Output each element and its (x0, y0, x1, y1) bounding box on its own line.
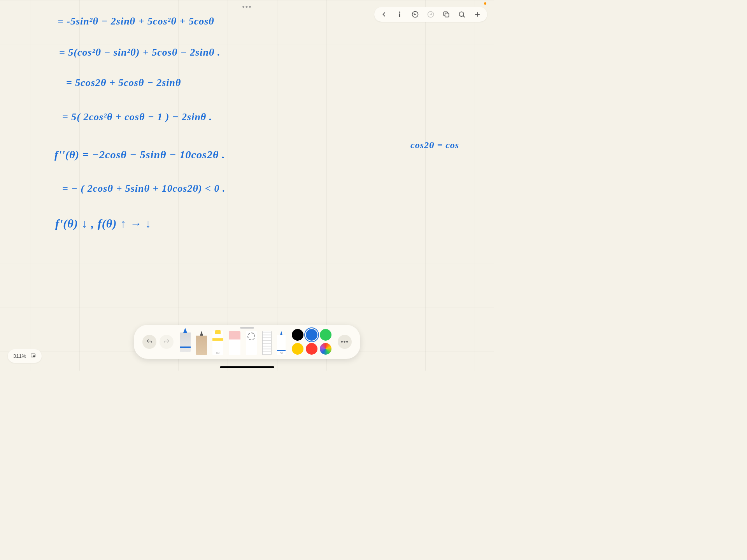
home-indicator[interactable] (220, 366, 274, 368)
color-black[interactable] (292, 329, 303, 341)
drawing-tools-group: 80 50 (180, 329, 286, 355)
copy-button[interactable] (442, 10, 451, 19)
color-swatches (292, 329, 331, 355)
palette-drag-handle[interactable] (240, 327, 254, 329)
color-green[interactable] (320, 329, 331, 341)
palette-undo-button[interactable] (142, 335, 156, 349)
zoom-indicator[interactable]: 311% (8, 349, 42, 363)
svg-rect-4 (445, 13, 449, 17)
tool-size-label: 80 (216, 352, 219, 354)
zoom-level-text: 311% (13, 353, 26, 359)
color-yellow[interactable] (292, 343, 303, 355)
canvas-grid-background[interactable] (0, 0, 494, 371)
info-button[interactable] (395, 10, 404, 19)
eraser-tool[interactable] (229, 331, 240, 355)
palette-more-button[interactable]: ••• (338, 335, 352, 349)
back-button[interactable] (380, 10, 388, 19)
svg-rect-1 (399, 14, 400, 17)
svg-point-5 (459, 12, 464, 16)
svg-point-0 (399, 12, 400, 13)
color-red[interactable] (306, 343, 317, 355)
fine-pen-tool[interactable]: 50 (277, 331, 286, 355)
svg-rect-10 (33, 356, 35, 357)
highlighter-tool[interactable]: 80 (212, 331, 223, 355)
window-more-handle[interactable]: ••• (242, 3, 252, 11)
lasso-tool[interactable] (246, 331, 257, 355)
undo-button[interactable] (411, 10, 419, 19)
svg-line-6 (463, 16, 465, 17)
redo-button[interactable] (426, 10, 435, 19)
palette-redo-button[interactable] (160, 335, 174, 349)
navigator-icon (30, 352, 36, 360)
color-blue[interactable] (306, 329, 317, 341)
pencil-tool[interactable] (196, 331, 207, 355)
microphone-indicator-dot (484, 2, 486, 5)
color-picker-button[interactable] (320, 343, 331, 355)
search-button[interactable] (458, 10, 466, 19)
tool-palette: 80 50 ••• (134, 325, 360, 359)
pen-tool[interactable] (180, 328, 191, 352)
add-button[interactable] (473, 10, 482, 19)
tool-size-label: 50 (280, 352, 283, 355)
top-toolbar (374, 7, 487, 22)
ruler-tool[interactable] (262, 331, 272, 355)
